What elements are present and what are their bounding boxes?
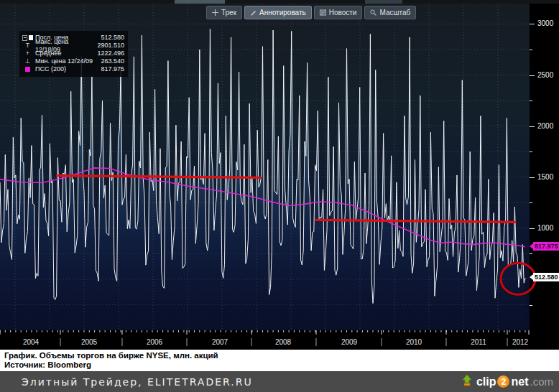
logo-com-text: .com [530, 375, 553, 388]
chart-legend: Посл. цена 512.580 T Макс. цена 12/18/09… [19, 31, 128, 77]
y-axis-tick [530, 228, 535, 229]
chart-caption: График. Объемы торгов на бирже NYSE, млн… [0, 350, 559, 371]
logo-net-text: net [511, 375, 528, 388]
zoom-magnifier-icon [370, 9, 376, 16]
y-axis-tick [530, 24, 535, 24]
last-price-marker-icon [29, 35, 33, 40]
y-axis-minor-tick [530, 151, 532, 152]
site-name: Элитный Трейдер, ELITETRADER.RU [22, 376, 253, 388]
track-button[interactable]: Трек [206, 6, 242, 19]
y-axis-label: 3000 [537, 19, 553, 27]
x-axis-year-label: 2010 [406, 338, 422, 346]
x-axis-year-label: 2005 [81, 338, 98, 346]
y-axis-label: 1500 [537, 173, 553, 181]
x-axis-year-label: 2009 [341, 338, 358, 346]
news-button-label: Новости [329, 9, 357, 17]
news-button[interactable]: Новости [314, 6, 363, 19]
price-badge-ma200: 817.975 [533, 242, 559, 251]
clip2net-logo[interactable]: clip 2 net .com [461, 374, 553, 389]
x-axis-year-label: 2007 [212, 338, 228, 346]
legend-row-psc200: ПСС (200) 817.975 [22, 65, 124, 73]
annotate-button[interactable]: Аннотировать [244, 6, 312, 19]
zoom-button[interactable]: Масштаб [364, 6, 416, 19]
y-axis-minor-tick [530, 101, 532, 101]
y-axis: 30002500200015001000 [530, 4, 559, 334]
upload-arrow-icon [461, 374, 473, 389]
high-whisker-icon: T [22, 42, 33, 50]
y-axis-label: 1000 [537, 224, 553, 232]
zoom-button-label: Масштаб [379, 9, 410, 17]
psc200-marker-icon [25, 67, 30, 72]
footer-bar: Элитный Трейдер, ELITETRADER.RU clip 2 n… [0, 371, 559, 392]
chart-toolbar: Трек Аннотировать Новости Масштаб [206, 6, 416, 19]
news-icon [320, 9, 326, 16]
legend-label: ПСС (200) [35, 65, 66, 73]
legend-label: Мин. цена 12/24/09 [35, 57, 93, 65]
annotate-pencil-icon [250, 9, 257, 16]
legend-value: 512.580 [101, 34, 124, 42]
x-axis-year-label: 2008 [275, 338, 292, 346]
track-crosshair-icon [212, 9, 218, 16]
legend-value: 263.540 [101, 57, 124, 65]
caption-title: График. Объемы торгов на бирже NYSE, млн… [4, 351, 559, 360]
logo-2-badge: 2 [497, 375, 509, 388]
annotate-button-label: Аннотировать [259, 9, 306, 17]
y-axis-tick [530, 75, 535, 76]
legend-label: Среднее [35, 50, 62, 57]
x-axis-year-label: 2004 [23, 338, 40, 346]
x-axis-year-label: 2011 [471, 338, 486, 346]
chart-region: 200420052006200720082009201020112012 Тре… [0, 4, 559, 350]
y-axis-minor-tick [530, 202, 532, 203]
y-axis-minor-tick [530, 253, 532, 254]
legend-row-min-price: ⊥ Мин. цена 12/24/09 263.540 [22, 57, 124, 65]
legend-expander-icon[interactable] [22, 35, 33, 41]
legend-row-max-price: T Макс. цена 12/18/09 2901.510 [22, 42, 124, 50]
low-whisker-icon: ⊥ [22, 57, 33, 65]
price-badge-last: 512.580 [533, 273, 559, 281]
x-axis-year-label: 2012 [512, 338, 529, 346]
y-axis-minor-tick [530, 50, 532, 50]
x-axis-year-label: 2006 [147, 338, 163, 346]
legend-value: 1222.496 [97, 50, 124, 57]
y-axis-label: 2000 [537, 122, 553, 130]
track-button-label: Трек [221, 9, 236, 17]
legend-value: 817.975 [101, 65, 124, 73]
y-axis-tick [530, 177, 535, 178]
y-axis-minor-tick [530, 305, 532, 306]
legend-value: 2901.510 [97, 42, 124, 50]
logo-clip-text: clip [476, 375, 496, 388]
y-axis-tick [530, 126, 535, 127]
y-axis-label: 2500 [537, 71, 553, 79]
caption-source: Источник: Bloomberg [4, 360, 559, 370]
average-cross-icon: + [22, 50, 33, 57]
